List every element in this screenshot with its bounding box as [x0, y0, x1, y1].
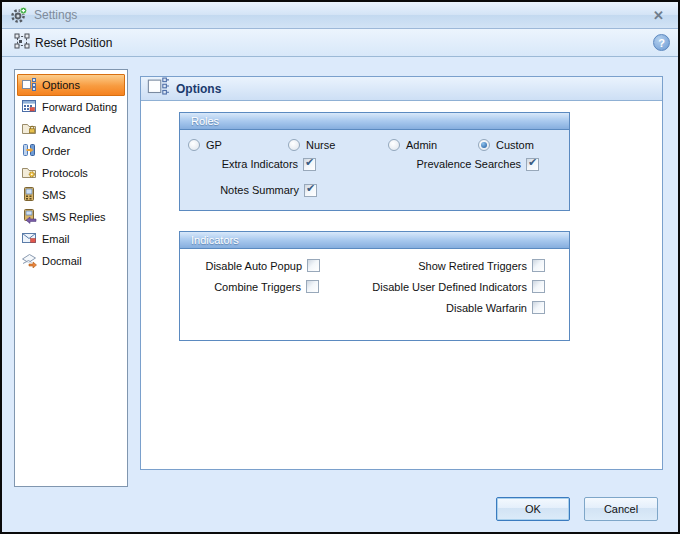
sidebar-item-label: Advanced — [42, 123, 91, 135]
settings-gear-icon — [10, 6, 28, 24]
radio-gp[interactable]: GP — [188, 139, 288, 151]
sms-icon — [21, 186, 37, 204]
radio-label: GP — [206, 139, 222, 151]
radio-label: Nurse — [306, 139, 335, 151]
indicators-row-2: Combine Triggers Disable User Defined In… — [180, 276, 569, 297]
disable-warfarin-checkbox[interactable] — [532, 301, 545, 314]
sidebar-item-label: Docmail — [42, 255, 82, 267]
order-icon — [21, 142, 37, 160]
show-retired-triggers-checkbox[interactable] — [532, 259, 545, 272]
radio-label: Custom — [496, 139, 534, 151]
sidebar-item-sms-replies[interactable]: SMS Replies — [17, 206, 125, 228]
sidebar-item-label: Protocols — [42, 167, 88, 179]
main-panel: Options Roles GP Nurse Admin — [140, 76, 663, 470]
options-icon — [21, 76, 37, 94]
sidebar-item-sms[interactable]: SMS — [17, 184, 125, 206]
disable-user-defined-indicators-field: Disable User Defined Indicators — [373, 280, 569, 293]
reset-position-button[interactable]: Reset Position — [10, 31, 116, 54]
checkbox-label: Disable Auto Popup — [205, 260, 302, 272]
roles-group-body: GP Nurse Admin Custom — [180, 130, 569, 210]
sidebar-item-label: SMS Replies — [42, 211, 106, 223]
prevalence-searches-checkbox[interactable] — [526, 158, 539, 171]
show-retired-triggers-field: Show Retired Triggers — [374, 259, 569, 272]
sms-replies-icon — [21, 208, 37, 226]
sidebar: Options Forward Dating Ad — [14, 69, 128, 487]
notes-summary-field: Notes Summary — [180, 184, 375, 197]
checkbox-label: Combine Triggers — [214, 281, 301, 293]
folder-gear-icon — [21, 164, 37, 182]
checkbox-label: Notes Summary — [220, 184, 299, 196]
indicators-row-1: Disable Auto Popup Show Retired Triggers — [180, 255, 569, 276]
roles-checkbox-row-2: Notes Summary — [180, 177, 569, 203]
reset-position-icon — [14, 33, 30, 52]
disable-auto-popup-field: Disable Auto Popup — [180, 259, 374, 272]
extra-indicators-checkbox[interactable] — [303, 158, 316, 171]
disable-auto-popup-checkbox[interactable] — [307, 259, 320, 272]
roles-radio-row: GP Nurse Admin Custom — [180, 130, 569, 151]
radio-icon[interactable] — [288, 139, 300, 151]
radio-icon[interactable] — [478, 139, 490, 151]
checkbox-label: Show Retired Triggers — [418, 260, 527, 272]
toolbar: Reset Position ? — [2, 29, 678, 57]
roles-checkbox-row-1: Extra Indicators Prevalence Searches — [180, 151, 569, 177]
disable-warfarin-field: Disable Warfarin — [374, 301, 569, 314]
combine-triggers-checkbox[interactable] — [306, 280, 319, 293]
sidebar-item-order[interactable]: Order — [17, 140, 125, 162]
roles-group-header: Roles — [180, 113, 569, 130]
indicators-group: Indicators Disable Auto Popup Show Retir… — [179, 231, 570, 341]
sidebar-item-label: Order — [42, 145, 70, 157]
docmail-icon — [21, 252, 37, 270]
sidebar-item-label: Options — [42, 79, 80, 91]
settings-window: Settings ✕ Reset Position ? — [0, 0, 680, 534]
radio-icon[interactable] — [388, 139, 400, 151]
sidebar-item-advanced[interactable]: Advanced — [17, 118, 125, 140]
roles-group: Roles GP Nurse Admin — [179, 112, 570, 211]
calendar-icon — [21, 98, 37, 116]
cancel-button[interactable]: Cancel — [584, 497, 658, 521]
options-header-icon — [147, 76, 169, 102]
combine-triggers-field: Combine Triggers — [180, 280, 373, 293]
radio-custom[interactable]: Custom — [478, 139, 534, 151]
radio-icon[interactable] — [188, 139, 200, 151]
ok-button[interactable]: OK — [496, 497, 570, 521]
main-panel-header: Options — [141, 77, 662, 101]
help-icon[interactable]: ? — [653, 34, 670, 51]
radio-label: Admin — [406, 139, 437, 151]
sidebar-item-label: Email — [42, 233, 70, 245]
page-title: Options — [176, 82, 221, 96]
indicators-group-header: Indicators — [180, 232, 569, 249]
sidebar-item-docmail[interactable]: Docmail — [17, 250, 125, 272]
extra-indicators-field: Extra Indicators — [180, 158, 374, 171]
checkbox-label: Extra Indicators — [222, 158, 298, 170]
sidebar-item-label: SMS — [42, 189, 66, 201]
indicators-group-body: Disable Auto Popup Show Retired Triggers… — [180, 249, 569, 340]
sidebar-item-email[interactable]: Email — [17, 228, 125, 250]
folder-lock-icon — [21, 120, 37, 138]
indicators-row-3: Disable Warfarin — [180, 297, 569, 318]
close-icon[interactable]: ✕ — [647, 8, 670, 23]
disable-user-defined-indicators-checkbox[interactable] — [532, 280, 545, 293]
checkbox-label: Disable Warfarin — [446, 302, 527, 314]
email-icon — [21, 230, 37, 248]
radio-admin[interactable]: Admin — [388, 139, 478, 151]
checkbox-label: Disable User Defined Indicators — [372, 281, 527, 293]
notes-summary-checkbox[interactable] — [304, 184, 317, 197]
sidebar-item-forward-dating[interactable]: Forward Dating — [17, 96, 125, 118]
sidebar-item-options[interactable]: Options — [17, 74, 125, 96]
sidebar-item-protocols[interactable]: Protocols — [17, 162, 125, 184]
window-title: Settings — [34, 8, 647, 22]
radio-nurse[interactable]: Nurse — [288, 139, 388, 151]
title-bar: Settings ✕ — [2, 2, 678, 29]
prevalence-searches-field: Prevalence Searches — [374, 158, 569, 171]
checkbox-label: Prevalence Searches — [416, 158, 521, 170]
reset-position-label: Reset Position — [35, 36, 112, 50]
sidebar-item-label: Forward Dating — [42, 101, 117, 113]
